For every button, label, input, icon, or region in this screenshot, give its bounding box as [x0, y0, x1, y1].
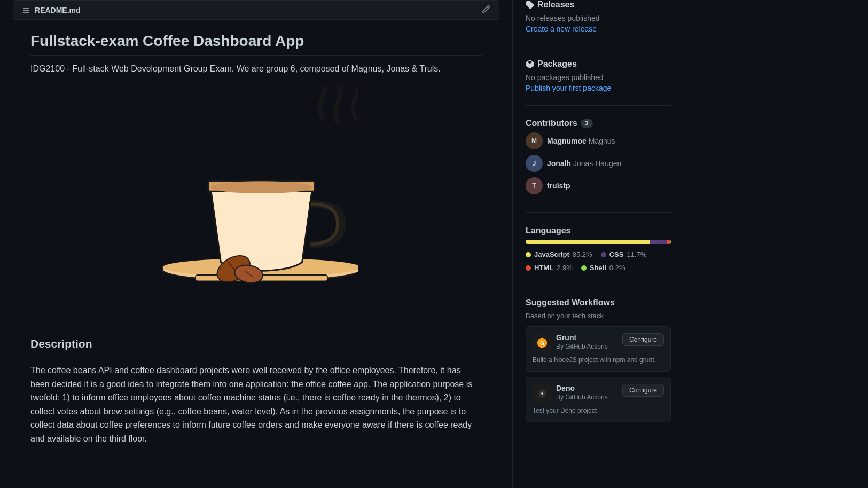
- avatar-jonalh: J: [526, 155, 543, 172]
- packages-title: Packages: [526, 59, 671, 69]
- sidebar: Releases No releases published Create a …: [513, 0, 671, 488]
- languages-section: Languages JavaScript 85.2% CSS 11.7% HTM…: [526, 226, 671, 285]
- language-bar: [526, 240, 671, 244]
- no-releases-text: No releases published: [526, 14, 671, 22]
- lang-pct-javascript: 85.2%: [573, 250, 592, 258]
- lang-pct-html: 2.9%: [557, 264, 573, 272]
- languages-title: Languages: [526, 226, 671, 235]
- releases-title: Releases: [526, 0, 671, 10]
- avatar-magnumoe: M: [526, 132, 543, 149]
- contributors-section: Contributors 3 M Magnumoe Magnus J Jonal…: [526, 119, 671, 213]
- contributor-name-trulstp: trulstp: [547, 182, 570, 190]
- contributor-trulstp[interactable]: T trulstp: [526, 177, 671, 194]
- contributor-name-magnumoe: Magnumoe: [547, 137, 587, 145]
- lang-bar-css: [650, 240, 667, 244]
- lang-dot-html: [526, 265, 531, 271]
- deno-source: By GitHub Actions: [556, 393, 618, 401]
- lang-dot-shell: [581, 265, 587, 271]
- grunt-configure-btn[interactable]: Configure: [622, 333, 664, 346]
- lang-bar-html: [667, 240, 671, 244]
- workflow-deno-header: Deno By GitHub Actions Configure: [533, 384, 664, 403]
- repo-description: IDG2100 - Full-stack Web Development Gro…: [30, 64, 482, 74]
- lang-bar-javascript: [526, 240, 650, 244]
- contributor-jonalh[interactable]: J Jonalh Jonas Haugen: [526, 155, 671, 172]
- lang-name-html: HTML: [534, 264, 553, 272]
- suggested-subtitle: Based on your tech stack: [526, 312, 671, 320]
- description-title: Description: [30, 337, 482, 355]
- coffee-illustration: [155, 86, 358, 321]
- suggested-workflows-section: Suggested Workflows Based on your tech s…: [526, 298, 671, 440]
- publish-package-link[interactable]: Publish your first package: [526, 84, 611, 92]
- deno-info: Deno By GitHub Actions: [556, 384, 618, 403]
- grunt-icon: G: [533, 333, 552, 352]
- grunt-source: By GitHub Actions: [556, 343, 618, 350]
- lang-dot-javascript: [526, 252, 531, 257]
- contributor-magnumoe[interactable]: M Magnumoe Magnus: [526, 132, 671, 149]
- deno-icon: [533, 384, 552, 403]
- package-icon: [526, 60, 534, 68]
- workflow-deno: Deno By GitHub Actions Configure Test yo…: [526, 377, 671, 422]
- lang-bar-shell: [670, 240, 671, 244]
- contributors-badge: 3: [581, 119, 593, 128]
- edit-icon[interactable]: [482, 5, 490, 15]
- no-packages-text: No packages published: [526, 73, 671, 82]
- grunt-name: Grunt: [556, 333, 618, 342]
- packages-section: Packages No packages published Publish y…: [526, 59, 671, 106]
- lang-item-html: HTML 2.9%: [526, 264, 573, 272]
- lang-name-javascript: JavaScript: [534, 250, 569, 258]
- suggested-workflows-title: Suggested Workflows: [526, 298, 671, 308]
- tag-icon: [526, 1, 534, 9]
- lang-pct-shell: 0.2%: [609, 264, 625, 272]
- create-release-link[interactable]: Create a new release: [526, 25, 597, 33]
- readme-header: README.md: [13, 0, 499, 19]
- list-icon: [22, 6, 30, 14]
- readme-body: Fullstack-exam Coffee Dashboard App IDG2…: [13, 19, 499, 459]
- readme-header-left: README.md: [22, 6, 81, 14]
- deno-name: Deno: [556, 384, 618, 392]
- lang-name-shell: Shell: [590, 264, 606, 272]
- lang-item-javascript: JavaScript 85.2%: [526, 250, 592, 258]
- lang-item-css: CSS 11.7%: [601, 250, 647, 258]
- main-content: README.md Fullstack-exam Coffee Dashboar…: [0, 0, 513, 488]
- svg-point-4: [210, 181, 312, 193]
- contributor-fullname-magnumoe: Magnus: [589, 137, 615, 145]
- description-text: The coffee beans API and coffee dashboar…: [30, 364, 482, 446]
- lang-pct-css: 11.7%: [627, 250, 646, 258]
- contributors-title: Contributors 3: [526, 119, 671, 128]
- svg-point-12: [541, 392, 543, 395]
- lang-item-shell: Shell 0.2%: [581, 264, 625, 272]
- contributor-fullname-jonalh: Jonas Haugen: [573, 159, 621, 168]
- repo-title: Fullstack-exam Coffee Dashboard App: [30, 33, 482, 56]
- grunt-info: Grunt By GitHub Actions: [556, 333, 618, 352]
- deno-configure-btn[interactable]: Configure: [622, 384, 664, 397]
- workflow-grunt-header: G Grunt By GitHub Actions Configure: [533, 333, 664, 352]
- svg-text:G: G: [540, 340, 545, 347]
- coffee-image: [30, 86, 482, 321]
- deno-desc: Test your Deno project: [533, 406, 664, 415]
- lang-name-css: CSS: [609, 250, 624, 258]
- readme-filename: README.md: [35, 6, 81, 14]
- contributor-name-jonalh: Jonalh: [547, 159, 571, 168]
- avatar-trulstp: T: [526, 177, 543, 194]
- grunt-desc: Build a NodeJS project with npm and grun…: [533, 356, 664, 365]
- language-list: JavaScript 85.2% CSS 11.7% HTML 2.9% She…: [526, 250, 671, 272]
- lang-dot-css: [601, 252, 606, 257]
- releases-section: Releases No releases published Create a …: [526, 0, 671, 46]
- workflow-grunt: G Grunt By GitHub Actions Configure Buil…: [526, 326, 671, 372]
